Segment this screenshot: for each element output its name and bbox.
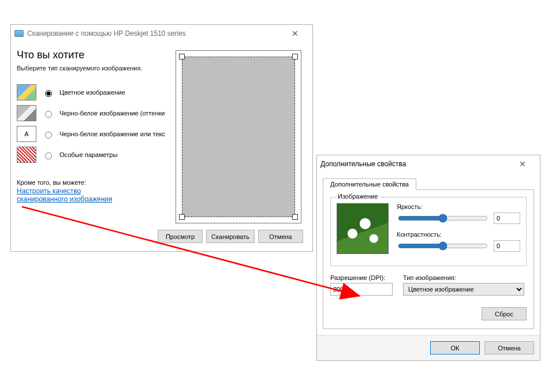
also-label: Кроме того, вы можете: <box>17 179 173 186</box>
brightness-slider[interactable] <box>398 212 488 224</box>
cancel-button[interactable]: Отмена <box>484 341 534 354</box>
adjust-quality-link[interactable]: Настроить качество сканированного изобра… <box>17 187 132 203</box>
sample-image-icon <box>337 203 389 254</box>
radio-custom[interactable] <box>45 152 52 159</box>
selection-rectangle[interactable] <box>182 57 295 217</box>
radio-grayscale[interactable] <box>45 111 52 118</box>
ok-button[interactable]: ОК <box>430 341 480 354</box>
option-label: Цветное изображение <box>59 89 125 96</box>
close-icon[interactable]: ✕ <box>282 25 308 42</box>
resize-handle-br[interactable] <box>292 214 298 220</box>
bw-text-icon <box>17 126 36 142</box>
contrast-label: Контрастность: <box>397 231 520 238</box>
custom-settings-icon <box>17 147 36 163</box>
color-image-icon <box>17 84 36 100</box>
tab-advanced-properties[interactable]: Дополнительные свойства <box>323 178 416 190</box>
page-heading: Что вы хотите <box>17 49 173 61</box>
scan-preview-area[interactable] <box>176 50 301 223</box>
image-type-combo[interactable]: Цветное изображение <box>403 283 524 296</box>
reset-button[interactable]: Сброс <box>482 307 527 320</box>
advanced-properties-dialog: Дополнительные свойства ✕ Дополнительные… <box>316 155 540 361</box>
contrast-value[interactable] <box>494 240 520 252</box>
preview-button[interactable]: Просмотр <box>158 230 203 243</box>
dlg1-title: Сканирование с помощью HP Deskjet 1510 s… <box>27 29 186 38</box>
option-label: Черно-белое изображение (оттенки <box>59 110 165 117</box>
option-bw[interactable]: Черно-белое изображение или текс <box>17 124 173 144</box>
option-label: Черно-белое изображение или текс <box>59 130 165 137</box>
option-color[interactable]: Цветное изображение <box>17 82 173 103</box>
radio-color[interactable] <box>45 90 52 97</box>
group-title: Изображение <box>335 193 380 200</box>
resize-handle-tl[interactable] <box>179 54 185 59</box>
option-label: Особые параметры <box>59 151 117 158</box>
dlg2-titlebar[interactable]: Дополнительные свойства ✕ <box>317 155 540 173</box>
option-custom[interactable]: Особые параметры <box>17 144 173 165</box>
brightness-value[interactable] <box>494 212 520 224</box>
scanner-icon <box>14 30 24 37</box>
cancel-button[interactable]: Отмена <box>258 230 303 243</box>
scan-wizard-dialog: Сканирование с помощью HP Deskjet 1510 s… <box>10 24 313 252</box>
dlg2-title: Дополнительные свойства <box>320 160 406 168</box>
page-subheading: Выберите тип сканируемого изображения. <box>17 65 173 72</box>
resize-handle-bl[interactable] <box>179 214 185 220</box>
resolution-label: Разрешение (DPI): <box>330 274 393 281</box>
contrast-slider[interactable] <box>398 240 488 252</box>
radio-bw[interactable] <box>45 132 52 139</box>
dlg1-titlebar[interactable]: Сканирование с помощью HP Deskjet 1510 s… <box>11 25 312 42</box>
image-type-label: Тип изображения: <box>403 274 527 281</box>
scan-button[interactable]: Сканировать <box>206 230 255 243</box>
brightness-label: Яркость: <box>397 203 520 210</box>
tabstrip: Дополнительные свойства <box>323 176 534 190</box>
option-grayscale[interactable]: Черно-белое изображение (оттенки <box>17 103 173 124</box>
close-icon[interactable]: ✕ <box>510 156 535 172</box>
resize-handle-tr[interactable] <box>292 54 298 59</box>
resolution-spinner[interactable] <box>330 283 393 296</box>
grayscale-image-icon <box>17 105 36 121</box>
image-group: Изображение Яркость: Контрастность: <box>330 197 527 266</box>
